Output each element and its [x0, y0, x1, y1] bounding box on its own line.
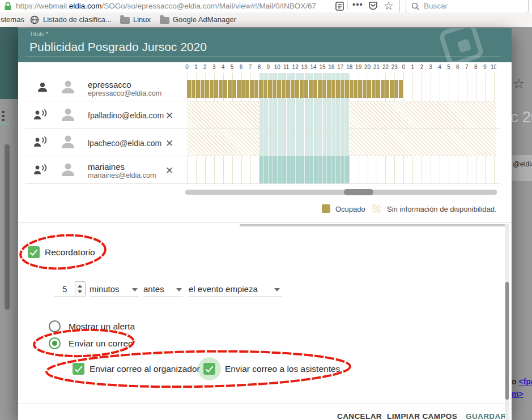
horizontal-scrollbar-thumb[interactable] — [344, 189, 373, 195]
hour-label: 9 — [483, 64, 487, 70]
hour-label: 5 — [231, 64, 234, 70]
relation-select[interactable]: antes — [143, 284, 164, 294]
radio-show-alert[interactable] — [49, 320, 61, 332]
padlock-icon — [4, 2, 12, 11]
unit-select[interactable]: minutos — [90, 284, 120, 294]
background-link[interactable]: <fpa — [518, 377, 532, 386]
avatar — [60, 106, 76, 122]
bookmark-item[interactable]: Google AdManager — [173, 15, 236, 24]
bookmark-item[interactable]: Listado de clasifica... — [43, 15, 112, 24]
attendee-email: fpalladino@eldia.com — [88, 111, 164, 120]
hour-label: 7 — [465, 64, 469, 70]
hour-label: 9 — [267, 64, 270, 70]
search-placeholder: Buscar — [424, 2, 448, 10]
row-divider — [25, 128, 500, 129]
organizer-icon — [37, 82, 48, 93]
hour-labels: 0123456789101112131415161718192021222301… — [185, 64, 496, 73]
horizontal-scrollbar-track[interactable] — [185, 190, 497, 195]
pocket-icon[interactable] — [368, 1, 378, 11]
email-attendees-label: Enviar correo a los asistentes — [225, 364, 340, 374]
dialog-scrollbar-thumb[interactable] — [505, 282, 509, 400]
hour-label: 11 — [283, 64, 289, 70]
legend-no-info-swatch — [372, 204, 381, 213]
hour-label: 19 — [355, 64, 361, 70]
relation-underline — [143, 297, 183, 297]
email-organizer-checkbox[interactable] — [73, 363, 84, 375]
chevron-down-icon[interactable] — [176, 288, 182, 292]
hour-label: 14 — [310, 64, 316, 70]
background-scrollbar-thumb[interactable] — [5, 144, 10, 310]
hour-label: 15 — [319, 64, 325, 70]
hour-label: 4 — [438, 64, 441, 70]
legend-no-info-label: Sin información de disponibilidad. — [387, 205, 497, 213]
attendee-voice-icon — [33, 164, 48, 175]
attendee-voice-icon — [33, 136, 48, 148]
hour-label: 3 — [212, 64, 216, 70]
stepper-down-icon[interactable] — [78, 290, 82, 293]
reminder-checkbox[interactable] — [28, 246, 40, 258]
section-scroll-edge — [240, 224, 506, 226]
row-divider — [25, 156, 500, 156]
screen: https://webmail.eldia.com/SOGo/so/epress… — [0, 0, 532, 420]
chevron-down-icon[interactable] — [132, 288, 138, 292]
url-path: /SOGo/so/epressacco@eldia.com/Mail/view#… — [102, 2, 316, 10]
attendee-email: lpacheco@eldia.com — [88, 139, 161, 148]
hour-label: 12 — [292, 64, 299, 70]
background-band — [512, 155, 532, 181]
background-title-fragment: c 20 — [510, 109, 532, 126]
kebab-menu-icon[interactable]: ••• — [2, 110, 4, 122]
legend-busy-label: Ocupado — [335, 205, 365, 213]
hour-label: 10 — [491, 64, 496, 70]
email-organizer-label: Enviar correo al organizador — [90, 364, 200, 374]
avatar — [60, 79, 76, 95]
hour-label: 13 — [301, 64, 308, 70]
background-link[interactable]: m> — [512, 389, 524, 398]
toolbar-separator — [347, 1, 348, 10]
clear-fields-button[interactable]: LIMPIAR CAMPOS — [387, 412, 457, 420]
radio-send-email[interactable] — [49, 337, 61, 349]
reference-select[interactable]: el evento empieza — [189, 284, 258, 294]
hour-label: 0 — [402, 64, 406, 70]
radio-send-email-label: Enviar un correo — [69, 338, 133, 349]
url-domain: eldia.com — [69, 2, 102, 10]
save-button[interactable]: GUARDAR — [466, 412, 507, 420]
attendee-email: epressacco@eldia.com — [88, 89, 161, 97]
bookmark-star-icon[interactable]: ☆ — [384, 0, 394, 12]
remove-attendee-button[interactable]: ✕ — [165, 165, 173, 177]
attendee-name: epressacco — [88, 80, 131, 89]
hour-label: 5 — [447, 64, 450, 70]
avatar — [60, 134, 76, 149]
row-divider — [25, 183, 500, 184]
bookmark-item[interactable]: stemas — [1, 15, 24, 24]
hour-label: 10 — [274, 64, 280, 70]
freebusy-grid: 0123456789101112131415161718192021222301… — [185, 64, 496, 185]
url-scheme: https://webmail. — [16, 2, 69, 10]
title-input-underline — [25, 57, 501, 57]
section-divider — [18, 222, 512, 223]
hour-label: 0 — [185, 64, 189, 70]
title-field-label: Título * — [29, 31, 48, 37]
bookmark-item[interactable]: Linux — [133, 15, 151, 24]
amount-stepper[interactable] — [75, 281, 86, 297]
reader-mode-icon[interactable] — [335, 2, 344, 11]
remove-attendee-button[interactable]: ✕ — [165, 110, 173, 122]
footer-divider — [18, 404, 512, 404]
hour-label: 8 — [474, 64, 478, 70]
email-attendees-checkbox[interactable] — [203, 363, 215, 375]
globe-icon — [30, 15, 39, 24]
title-input[interactable]: Publicidad Posgrado Jursoc 2020 — [29, 40, 207, 54]
background-accent-line — [0, 123, 10, 125]
url-text[interactable]: https://webmail.eldia.com/SOGo/so/epress… — [16, 2, 316, 10]
background-link-line: m> — [512, 389, 524, 398]
background-email-fragment: @eldia — [513, 160, 532, 168]
bookmarks-bar: stemas Listado de clasifica... Linux Goo… — [0, 12, 532, 27]
page-actions-icon[interactable]: ••• — [352, 0, 363, 9]
chevron-down-icon[interactable] — [274, 288, 280, 292]
browser-toolbar: https://webmail.eldia.com/SOGo/so/epress… — [0, 0, 532, 12]
reminder-amount-input[interactable]: 5 — [62, 284, 67, 294]
attendee-email: mariaines@eldia.com — [88, 172, 156, 179]
reminder-label: Recordatorio — [45, 247, 95, 258]
cancel-button[interactable]: CANCELAR — [337, 412, 382, 420]
stepper-up-icon[interactable] — [78, 285, 82, 288]
remove-attendee-button[interactable]: ✕ — [165, 138, 173, 149]
